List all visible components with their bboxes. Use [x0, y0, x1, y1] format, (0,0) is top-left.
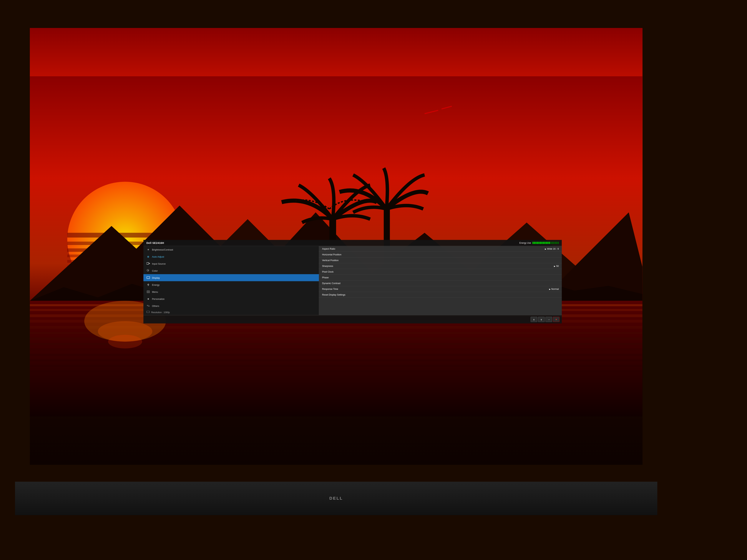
svg-rect-57: [147, 311, 150, 313]
aspect-ratio-arrow: ▶: [545, 248, 546, 250]
sidebar-item-menu[interactable]: Menu: [144, 288, 319, 295]
energy-seg-11: [547, 242, 548, 244]
svg-rect-31: [30, 354, 642, 356]
sharpness-value: ▶ 50: [554, 265, 559, 267]
monitor-container: Dell SE2416H Energy Use: [0, 0, 747, 560]
input-source-icon: [146, 262, 150, 266]
osd-navigation: ∧ ∨ → ✕: [144, 315, 562, 323]
brightness-icon: ☀: [146, 248, 150, 251]
svg-point-37: [108, 335, 142, 348]
sidebar-others-label: Others: [152, 304, 159, 307]
vertical-position-label: Vertical Position: [322, 259, 338, 262]
auto-adjust-icon: ⊕: [146, 255, 150, 259]
sidebar-auto-adjust-label: Auto Adjust: [152, 255, 164, 258]
energy-seg-18: [558, 242, 559, 244]
energy-seg-8: [543, 242, 544, 244]
color-icon: [146, 269, 150, 273]
svg-rect-32: [30, 359, 642, 361]
nav-down-button[interactable]: ∨: [538, 317, 545, 322]
energy-label: Energy Use: [519, 242, 531, 244]
svg-rect-28: [30, 338, 642, 340]
svg-rect-29: [30, 343, 642, 345]
svg-point-36: [98, 321, 153, 342]
sidebar-item-display[interactable]: Display: [144, 274, 319, 281]
svg-rect-3: [67, 233, 183, 238]
sidebar-item-personalize[interactable]: ★ Personalize: [144, 295, 319, 302]
resolution-label: Resolution : 1080p: [151, 311, 170, 314]
osd-sidebar: ☀ Brightness/Contrast ⊕ Auto Adjust: [144, 246, 319, 315]
energy-seg-4: [537, 242, 538, 244]
svg-rect-46: [147, 277, 150, 279]
content-row-reset-display[interactable]: Reset Display Settings: [319, 292, 562, 298]
energy-seg-10: [546, 242, 547, 244]
energy-seg-13: [550, 242, 551, 244]
sidebar-item-brightness-contrast[interactable]: ☀ Brightness/Contrast: [144, 246, 319, 253]
sidebar-item-input-source[interactable]: Input Source: [144, 260, 319, 267]
energy-seg-1: [533, 242, 534, 244]
response-time-value: ▶ Normal: [549, 288, 559, 290]
pixel-clock-label: Pixel Clock: [322, 271, 334, 273]
energy-icon: [146, 283, 150, 287]
energy-seg-17: [556, 242, 557, 244]
display-icon: [146, 276, 150, 279]
nav-close-button[interactable]: ✕: [553, 317, 560, 322]
aspect-ratio-value: ▶ Wide 16 : 9: [545, 247, 559, 250]
osd-content-panel: Aspect Ratio ▶ Wide 16 : 9 Horizontal Po…: [319, 246, 562, 315]
sidebar-color-label: Color: [152, 269, 158, 272]
energy-seg-5: [538, 242, 540, 244]
svg-rect-27: [30, 332, 642, 334]
svg-rect-34: [30, 370, 642, 372]
menu-icon: [146, 290, 150, 294]
osd-menu: Dell SE2416H Energy Use: [144, 240, 562, 323]
osd-title: Dell SE2416H: [146, 241, 164, 244]
sidebar-display-label: Display: [152, 276, 160, 279]
personalize-icon: ★: [146, 297, 150, 301]
energy-indicator: Energy Use: [519, 242, 559, 244]
reset-display-label: Reset Display Settings: [322, 294, 345, 296]
response-time-arrow: ▶: [549, 288, 550, 290]
horizontal-position-label: Horizontal Position: [322, 254, 341, 256]
energy-seg-7: [541, 242, 542, 244]
energy-seg-16: [555, 242, 556, 244]
sidebar-brightness-label: Brightness/Contrast: [152, 248, 173, 251]
phase-label: Phase: [322, 276, 329, 279]
energy-seg-9: [544, 242, 545, 244]
osd-header: Dell SE2416H Energy Use: [144, 240, 562, 246]
content-row-horizontal-position[interactable]: Horizontal Position: [319, 252, 562, 258]
svg-line-40: [424, 110, 438, 114]
osd-body: ☀ Brightness/Contrast ⊕ Auto Adjust: [144, 246, 562, 315]
content-row-phase[interactable]: Phase: [319, 275, 562, 281]
nav-right-button[interactable]: →: [545, 317, 552, 322]
content-row-vertical-position[interactable]: Vertical Position: [319, 258, 562, 263]
monitor-bezel: DELL: [15, 482, 658, 515]
sidebar-item-color[interactable]: Color: [144, 267, 319, 274]
dynamic-contrast-label: Dynamic Contrast: [322, 282, 340, 285]
svg-point-44: [147, 269, 149, 271]
content-row-dynamic-contrast[interactable]: Dynamic Contrast: [319, 281, 562, 286]
energy-seg-12: [549, 242, 550, 244]
others-icon: [146, 304, 150, 308]
svg-line-41: [442, 106, 452, 109]
content-row-response-time[interactable]: Response Time ▶ Normal: [319, 286, 562, 292]
sidebar-item-energy[interactable]: Energy: [144, 281, 319, 288]
resolution-display: Resolution : 1080p: [144, 310, 319, 315]
dell-logo: DELL: [329, 496, 343, 501]
sidebar-input-source-label: Input Source: [152, 262, 165, 265]
content-row-aspect-ratio[interactable]: Aspect Ratio ▶ Wide 16 : 9: [319, 246, 562, 252]
sharpness-arrow: ▶: [554, 265, 556, 267]
sidebar-energy-label: Energy: [152, 283, 159, 286]
energy-seg-2: [534, 242, 535, 244]
content-row-pixel-clock[interactable]: Pixel Clock: [319, 269, 562, 275]
energy-seg-6: [540, 242, 541, 244]
sidebar-item-auto-adjust[interactable]: ⊕ Auto Adjust: [144, 253, 319, 260]
response-time-label: Response Time: [322, 288, 338, 290]
nav-up-button[interactable]: ∧: [531, 317, 537, 322]
aspect-ratio-label: Aspect Ratio: [322, 247, 335, 250]
svg-rect-26: [30, 326, 642, 329]
sidebar-item-others[interactable]: Others: [144, 302, 319, 310]
svg-rect-33: [30, 365, 642, 367]
content-row-sharpness[interactable]: Sharpness ▶ 50: [319, 263, 562, 269]
sharpness-label: Sharpness: [322, 265, 333, 267]
energy-seg-14: [552, 242, 553, 244]
svg-rect-30: [30, 348, 642, 351]
